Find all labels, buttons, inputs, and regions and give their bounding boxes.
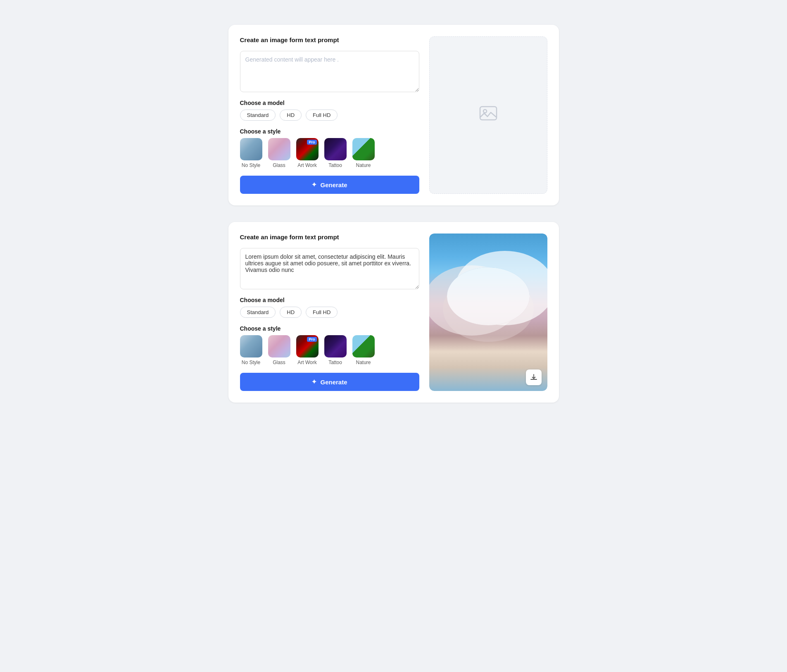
model-btn-hd-2[interactable]: HD <box>280 307 302 318</box>
model-btn-fullhd-2[interactable]: Full HD <box>306 307 338 318</box>
style-item-glass-2[interactable]: Glass <box>268 335 290 365</box>
style-options-2: No Style Glass Art Work Tattoo Nature <box>240 335 419 365</box>
generate-button-1[interactable]: ✦ Generate <box>240 176 419 194</box>
image-placeholder-icon-1 <box>478 103 498 127</box>
style-thumb-no-style-2 <box>240 335 262 357</box>
style-label-no-style-1: No Style <box>242 162 260 168</box>
left-panel-1: Create an image form text prompt Choose … <box>240 36 419 194</box>
cloud-main <box>447 267 530 325</box>
style-item-glass-1[interactable]: Glass <box>268 138 290 168</box>
model-label-2: Choose a model <box>240 297 419 303</box>
model-label-1: Choose a model <box>240 100 419 106</box>
model-section-1: Choose a model Standard HD Full HD <box>240 100 419 121</box>
model-btn-hd-1[interactable]: HD <box>280 110 302 121</box>
model-options-2: Standard HD Full HD <box>240 307 419 318</box>
style-label-glass-1: Glass <box>273 162 285 168</box>
style-thumb-tattoo-2 <box>324 335 347 357</box>
style-label-1: Choose a style <box>240 128 419 135</box>
card-1-title: Create an image form text prompt <box>240 36 419 43</box>
card-2-title: Create an image form text prompt <box>240 234 419 241</box>
style-label-nature-1: Nature <box>356 162 371 168</box>
style-thumb-glass-1 <box>268 138 290 160</box>
style-label-2: Choose a style <box>240 325 419 332</box>
style-label-nature-2: Nature <box>356 360 371 365</box>
image-panel-1 <box>429 36 547 194</box>
style-options-1: No Style Glass Art Work Tattoo Nature <box>240 138 419 168</box>
style-item-tattoo-2[interactable]: Tattoo <box>324 335 347 365</box>
style-label-artwork-2: Art Work <box>297 360 316 365</box>
style-thumb-nature-1 <box>352 138 375 160</box>
sparkle-icon-2: ✦ <box>311 378 317 386</box>
style-section-2: Choose a style No Style Glass Art Work T… <box>240 325 419 365</box>
style-item-nature-2[interactable]: Nature <box>352 335 375 365</box>
style-label-glass-2: Glass <box>273 360 285 365</box>
generate-btn-label-2: Generate <box>320 379 347 386</box>
prompt-textarea-1[interactable] <box>240 51 419 92</box>
model-options-1: Standard HD Full HD <box>240 110 419 121</box>
style-thumb-tattoo-1 <box>324 138 347 160</box>
style-thumb-no-style-1 <box>240 138 262 160</box>
generated-image-2 <box>429 234 547 391</box>
style-item-no-style-1[interactable]: No Style <box>240 138 262 168</box>
svg-point-1 <box>483 110 487 113</box>
style-thumb-nature-2 <box>352 335 375 357</box>
style-thumb-artwork-1 <box>296 138 319 160</box>
prompt-textarea-2[interactable]: Lorem ipsum dolor sit amet, consectetur … <box>240 248 419 289</box>
style-section-1: Choose a style No Style Glass Art Work T… <box>240 128 419 168</box>
style-label-artwork-1: Art Work <box>297 162 316 168</box>
model-btn-fullhd-1[interactable]: Full HD <box>306 110 338 121</box>
card-1: Create an image form text prompt Choose … <box>228 25 559 205</box>
style-label-no-style-2: No Style <box>242 360 260 365</box>
model-btn-standard-1[interactable]: Standard <box>240 110 276 121</box>
left-panel-2: Create an image form text prompt Lorem i… <box>240 234 419 391</box>
image-panel-2 <box>429 234 547 391</box>
style-item-tattoo-1[interactable]: Tattoo <box>324 138 347 168</box>
cloud-layer <box>429 234 547 391</box>
style-item-no-style-2[interactable]: No Style <box>240 335 262 365</box>
style-thumb-artwork-2 <box>296 335 319 357</box>
generate-btn-label-1: Generate <box>320 181 347 188</box>
style-item-artwork-2[interactable]: Art Work <box>296 335 319 365</box>
model-btn-standard-2[interactable]: Standard <box>240 307 276 318</box>
style-item-artwork-1[interactable]: Art Work <box>296 138 319 168</box>
download-button-2[interactable] <box>526 369 542 385</box>
model-section-2: Choose a model Standard HD Full HD <box>240 297 419 318</box>
sparkle-icon-1: ✦ <box>311 181 317 188</box>
style-label-tattoo-1: Tattoo <box>328 162 342 168</box>
style-label-tattoo-2: Tattoo <box>328 360 342 365</box>
svg-rect-0 <box>480 107 497 120</box>
generate-button-2[interactable]: ✦ Generate <box>240 373 419 391</box>
style-thumb-glass-2 <box>268 335 290 357</box>
card-2: Create an image form text prompt Lorem i… <box>228 222 559 403</box>
style-item-nature-1[interactable]: Nature <box>352 138 375 168</box>
